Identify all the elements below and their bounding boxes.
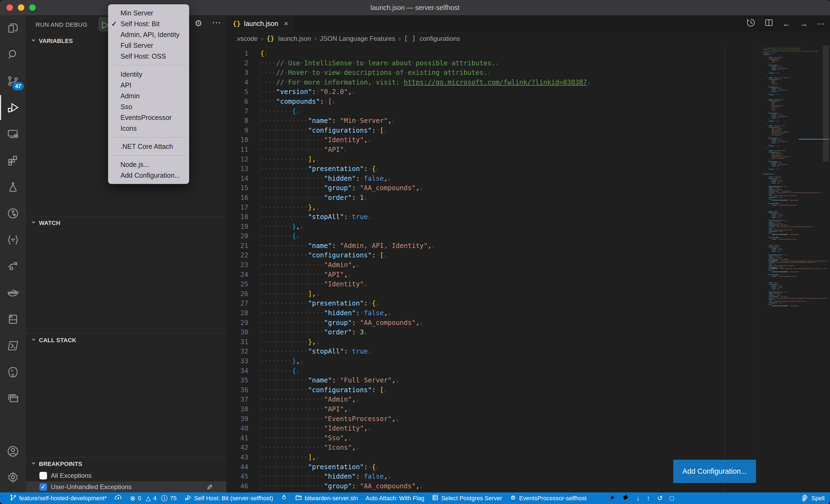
- code-line: ················"order":·1↓: [260, 193, 590, 203]
- stop-icon[interactable]: □: [670, 494, 674, 502]
- status-item-flame[interactable]: [277, 493, 291, 504]
- menu-item-api[interactable]: API: [108, 80, 189, 91]
- activity-item-brackets-extension[interactable]: [0, 227, 26, 253]
- navigate-back-icon[interactable]: ←: [783, 19, 791, 28]
- call-stack-section[interactable]: CALL STACK: [26, 335, 226, 346]
- activity-item-gitlens[interactable]: [0, 200, 26, 226]
- activity-item-source-control[interactable]: 47: [0, 68, 26, 94]
- breakpoint-row[interactable]: All Exceptions: [26, 470, 226, 481]
- menu-item-icons[interactable]: Icons: [108, 123, 189, 134]
- code-line: ················"Icons",↓: [260, 443, 590, 452]
- code-editor[interactable]: 1234567891011121314151617181920212223242…: [227, 45, 830, 493]
- menu-item-min-server[interactable]: Min Server: [108, 7, 189, 19]
- pause-icon[interactable]: [595, 494, 601, 503]
- menu-item-node-js[interactable]: Node.js...: [108, 159, 189, 170]
- continue-icon[interactable]: [608, 494, 615, 503]
- activity-item-remote-explorer[interactable]: [0, 121, 26, 147]
- activity-item-live-share[interactable]: [0, 254, 26, 279]
- timeline-history-icon[interactable]: [746, 18, 756, 29]
- active-indicator: [0, 95, 1, 120]
- restart-icon[interactable]: [622, 494, 629, 503]
- gear-icon[interactable]: ⚙: [195, 18, 202, 28]
- scrollbar-slider[interactable]: [823, 45, 829, 162]
- activity-item-search[interactable]: [0, 42, 26, 68]
- breadcrumb-item[interactable]: JSON Language Features: [320, 35, 395, 42]
- breadcrumb-item[interactable]: {} launch.json: [266, 35, 311, 42]
- status-item-git-branch[interactable]: feature/self-hosted-development*: [6, 493, 110, 504]
- code-line: ············],↓: [260, 452, 590, 462]
- section-label: BREAKPOINTS: [39, 461, 82, 468]
- split-editor-icon[interactable]: [765, 19, 773, 29]
- breadcrumb-item[interactable]: [ ] configurations: [404, 35, 460, 42]
- activity-item-extensions[interactable]: [0, 147, 26, 173]
- status-item-debug-session[interactable]: EventsProcessor-selfhost: [506, 493, 590, 504]
- step-into-icon[interactable]: ↓: [636, 494, 640, 502]
- menu-item-self-host-bit[interactable]: ✓Self Host: Bit: [108, 19, 189, 29]
- code-line: ····//·Use·IntelliSense·to·learn·about·p…: [260, 58, 590, 68]
- close-tab-icon[interactable]: ×: [284, 20, 288, 28]
- checkbox-checked[interactable]: ✓: [39, 483, 47, 491]
- menu-item-net-core-attach[interactable]: .NET Core Attach: [108, 141, 189, 152]
- menu-item-admin-api-identity[interactable]: Admin, API, Identity: [108, 29, 189, 40]
- status-item-publish[interactable]: [110, 493, 126, 504]
- more-actions-icon[interactable]: ⋯: [817, 19, 825, 28]
- activity-item-postgresql[interactable]: [0, 359, 26, 385]
- activity-item-remote-targets[interactable]: [0, 306, 26, 332]
- menu-separator: [111, 155, 186, 156]
- status-item-auto-attach[interactable]: Auto Attach: With Flag: [362, 493, 428, 504]
- activity-item-testing[interactable]: [0, 174, 26, 200]
- breakpoint-row[interactable]: ✓User-Unhandled Exceptions✎: [26, 481, 226, 493]
- status-item-spell-checker[interactable]: Spell: [797, 493, 828, 504]
- breakpoint-label: User-Unhandled Exceptions: [51, 483, 132, 491]
- edit-breakpoint-icon[interactable]: ✎: [205, 484, 214, 490]
- activity-item-browser-preview[interactable]: [0, 386, 26, 412]
- branch-icon: [10, 494, 17, 503]
- breakpoint-label: All Exceptions: [51, 472, 92, 479]
- status-item-postgres[interactable]: Select Postgres Server: [428, 493, 506, 504]
- json-file-icon: {}: [233, 20, 241, 28]
- breakpoints-section[interactable]: BREAKPOINTS: [26, 459, 226, 469]
- divider: [26, 457, 226, 458]
- breadcrumb-item[interactable]: .vscode: [235, 35, 258, 42]
- code-line: ················"Sso",↓: [260, 433, 590, 443]
- status-item-solution[interactable]: bitwarden-server.sln: [291, 493, 362, 504]
- code-line: ············"name":·"Full·Server",↓: [260, 375, 590, 385]
- checkbox-unchecked[interactable]: [39, 472, 47, 479]
- menu-item-eventsprocessor[interactable]: EventsProcessor: [108, 112, 189, 123]
- minimap[interactable]: { // Use IntelliSense to learn about pos…: [757, 46, 827, 493]
- status-label: Auto Attach: With Flag: [365, 495, 424, 502]
- code-line: ················"group":·"AA_compounds",…: [260, 481, 590, 491]
- menu-item-self-host-oss[interactable]: Self Host: OSS: [108, 51, 189, 62]
- tab-launch-json[interactable]: {} launch.json ×: [227, 15, 295, 32]
- activity-item-powershell[interactable]: [0, 333, 26, 359]
- status-item-problems[interactable]: ⊗0△4ⓘ75: [126, 493, 181, 504]
- menu-item-admin[interactable]: Admin: [108, 91, 189, 101]
- code-line: ················"group":·"AA_compounds",…: [260, 318, 590, 328]
- breadcrumb[interactable]: .vscode›{} launch.json›JSON Language Fea…: [227, 32, 830, 45]
- step-back-icon[interactable]: ↺: [657, 494, 663, 502]
- code-line: ················"EventsProcessor",↓: [260, 414, 590, 424]
- step-out-icon[interactable]: ↑: [646, 494, 650, 502]
- menu-item-add-configuration[interactable]: Add Configuration...: [108, 170, 189, 181]
- add-configuration-button[interactable]: Add Configuration...: [673, 460, 756, 483]
- activity-item-settings[interactable]: [0, 464, 26, 490]
- code-line: ················"Identity"↓: [260, 279, 590, 289]
- activity-item-docker[interactable]: [0, 280, 26, 306]
- status-label: feature/self-hosted-development*: [19, 495, 107, 502]
- menu-item-identity[interactable]: Identity: [108, 69, 189, 80]
- folder-icon: [295, 494, 302, 503]
- watch-section[interactable]: WATCH: [26, 218, 226, 229]
- menu-item-full-server[interactable]: Full Server: [108, 40, 189, 51]
- chevron-down-icon: [31, 461, 36, 468]
- activity-item-explorer[interactable]: [0, 15, 26, 41]
- more-actions-icon[interactable]: ⋯: [212, 17, 222, 28]
- activity-item-run-and-debug[interactable]: [0, 95, 26, 121]
- launch-config-menu: Min Server✓Self Host: BitAdmin, API, Ide…: [108, 4, 189, 184]
- navigate-forward-icon[interactable]: →: [800, 19, 808, 28]
- activity-bar: 47: [0, 15, 26, 493]
- status-item-debug-config[interactable]: Self Host: Bit (server-selfhost): [181, 493, 277, 504]
- status-item-debug-controls: ↓↑↺□: [590, 494, 678, 503]
- activity-item-accounts[interactable]: [0, 438, 26, 464]
- menu-item-sso[interactable]: Sso: [108, 101, 189, 112]
- json-symbol-icon: {}: [266, 35, 278, 42]
